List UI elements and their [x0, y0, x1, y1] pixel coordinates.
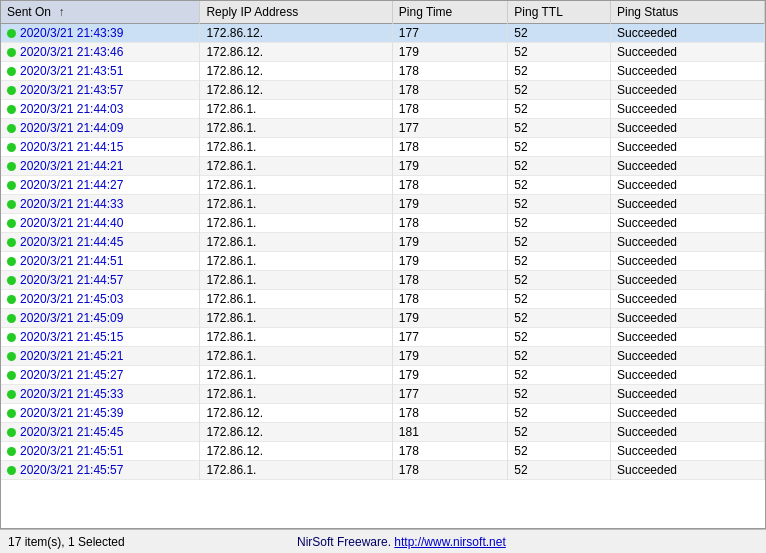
cell-sent-on: 2020/3/21 21:44:15: [1, 138, 200, 157]
cell-ping-ttl: 52: [508, 157, 611, 176]
cell-reply-ip: 172.86.1.: [200, 100, 392, 119]
status-dot-icon: [7, 257, 16, 266]
cell-ping-ttl: 52: [508, 366, 611, 385]
table-row[interactable]: 2020/3/21 21:43:46172.86.12.17952Succeed…: [1, 43, 765, 62]
table-row[interactable]: 2020/3/21 21:44:45172.86.1.17952Succeede…: [1, 233, 765, 252]
table-row[interactable]: 2020/3/21 21:44:40172.86.1.17852Succeede…: [1, 214, 765, 233]
cell-sent-on: 2020/3/21 21:44:21: [1, 157, 200, 176]
cell-reply-ip: 172.86.12.: [200, 404, 392, 423]
cell-ping-status: Succeeded: [610, 195, 764, 214]
table-row[interactable]: 2020/3/21 21:44:57172.86.1.17852Succeede…: [1, 271, 765, 290]
cell-sent-on: 2020/3/21 21:45:03: [1, 290, 200, 309]
cell-ping-ttl: 52: [508, 461, 611, 480]
status-dot-icon: [7, 333, 16, 342]
cell-ping-status: Succeeded: [610, 404, 764, 423]
table-row[interactable]: 2020/3/21 21:44:33172.86.1.17952Succeede…: [1, 195, 765, 214]
col-header-ping-time[interactable]: Ping Time: [392, 1, 507, 24]
col-header-sent-on[interactable]: Sent On ↑: [1, 1, 200, 24]
cell-sent-on: 2020/3/21 21:43:57: [1, 81, 200, 100]
cell-ping-status: Succeeded: [610, 290, 764, 309]
cell-ping-ttl: 52: [508, 81, 611, 100]
cell-ping-status: Succeeded: [610, 233, 764, 252]
cell-ping-time: 177: [392, 328, 507, 347]
table-row[interactable]: 2020/3/21 21:45:57172.86.1.17852Succeede…: [1, 461, 765, 480]
cell-ping-ttl: 52: [508, 309, 611, 328]
cell-sent-on: 2020/3/21 21:44:09: [1, 119, 200, 138]
cell-ping-status: Succeeded: [610, 309, 764, 328]
table-row[interactable]: 2020/3/21 21:43:51172.86.12.17852Succeed…: [1, 62, 765, 81]
cell-ping-time: 179: [392, 366, 507, 385]
cell-ping-ttl: 52: [508, 214, 611, 233]
cell-ping-ttl: 52: [508, 62, 611, 81]
table-row[interactable]: 2020/3/21 21:44:15172.86.1.17852Succeede…: [1, 138, 765, 157]
cell-ping-ttl: 52: [508, 252, 611, 271]
table-row[interactable]: 2020/3/21 21:44:09172.86.1.17752Succeede…: [1, 119, 765, 138]
table-row[interactable]: 2020/3/21 21:45:09172.86.1.17952Succeede…: [1, 309, 765, 328]
cell-ping-status: Succeeded: [610, 347, 764, 366]
table-row[interactable]: 2020/3/21 21:45:27172.86.1.17952Succeede…: [1, 366, 765, 385]
cell-ping-ttl: 52: [508, 385, 611, 404]
status-dot-icon: [7, 67, 16, 76]
table-row[interactable]: 2020/3/21 21:45:39172.86.12.17852Succeed…: [1, 404, 765, 423]
cell-ping-ttl: 52: [508, 233, 611, 252]
cell-ping-time: 179: [392, 347, 507, 366]
cell-ping-status: Succeeded: [610, 252, 764, 271]
table-row[interactable]: 2020/3/21 21:44:27172.86.1.17852Succeede…: [1, 176, 765, 195]
status-dot-icon: [7, 371, 16, 380]
cell-reply-ip: 172.86.12.: [200, 24, 392, 43]
cell-reply-ip: 172.86.1.: [200, 195, 392, 214]
cell-ping-status: Succeeded: [610, 138, 764, 157]
cell-ping-time: 178: [392, 404, 507, 423]
cell-reply-ip: 172.86.1.: [200, 214, 392, 233]
items-info: 17 item(s), 1 Selected: [8, 535, 125, 549]
cell-ping-time: 178: [392, 290, 507, 309]
table-row[interactable]: 2020/3/21 21:45:51172.86.12.17852Succeed…: [1, 442, 765, 461]
table-row[interactable]: 2020/3/21 21:45:15172.86.1.17752Succeede…: [1, 328, 765, 347]
cell-ping-ttl: 52: [508, 138, 611, 157]
cell-ping-ttl: 52: [508, 328, 611, 347]
cell-reply-ip: 172.86.1.: [200, 328, 392, 347]
cell-ping-ttl: 52: [508, 271, 611, 290]
table-row[interactable]: 2020/3/21 21:45:33172.86.1.17752Succeede…: [1, 385, 765, 404]
table-row[interactable]: 2020/3/21 21:45:45172.86.12.18152Succeed…: [1, 423, 765, 442]
cell-sent-on: 2020/3/21 21:44:03: [1, 100, 200, 119]
table-container[interactable]: Sent On ↑ Reply IP Address Ping Time Pin…: [0, 0, 766, 529]
table-row[interactable]: 2020/3/21 21:43:57172.86.12.17852Succeed…: [1, 81, 765, 100]
status-dot-icon: [7, 29, 16, 38]
col-header-ping-ttl[interactable]: Ping TTL: [508, 1, 611, 24]
cell-reply-ip: 172.86.1.: [200, 290, 392, 309]
nirsoft-link[interactable]: http://www.nirsoft.net: [394, 535, 505, 549]
cell-ping-status: Succeeded: [610, 366, 764, 385]
cell-reply-ip: 172.86.12.: [200, 62, 392, 81]
table-row[interactable]: 2020/3/21 21:44:03172.86.1.17852Succeede…: [1, 100, 765, 119]
table-row[interactable]: 2020/3/21 21:45:21172.86.1.17952Succeede…: [1, 347, 765, 366]
table-row[interactable]: 2020/3/21 21:44:51172.86.1.17952Succeede…: [1, 252, 765, 271]
col-header-reply-ip[interactable]: Reply IP Address: [200, 1, 392, 24]
cell-ping-time: 178: [392, 62, 507, 81]
status-dot-icon: [7, 409, 16, 418]
cell-sent-on: 2020/3/21 21:45:51: [1, 442, 200, 461]
cell-ping-ttl: 52: [508, 290, 611, 309]
cell-sent-on: 2020/3/21 21:44:57: [1, 271, 200, 290]
table-row[interactable]: 2020/3/21 21:43:39172.86.12.17752Succeed…: [1, 24, 765, 43]
cell-ping-time: 181: [392, 423, 507, 442]
main-container: Sent On ↑ Reply IP Address Ping Time Pin…: [0, 0, 766, 553]
cell-sent-on: 2020/3/21 21:43:51: [1, 62, 200, 81]
nirsoft-info: NirSoft Freeware. http://www.nirsoft.net: [125, 535, 678, 549]
cell-ping-status: Succeeded: [610, 461, 764, 480]
status-dot-icon: [7, 352, 16, 361]
cell-sent-on: 2020/3/21 21:45:57: [1, 461, 200, 480]
cell-ping-time: 178: [392, 271, 507, 290]
cell-sent-on: 2020/3/21 21:44:45: [1, 233, 200, 252]
status-dot-icon: [7, 466, 16, 475]
cell-ping-status: Succeeded: [610, 62, 764, 81]
cell-ping-time: 179: [392, 157, 507, 176]
status-dot-icon: [7, 238, 16, 247]
col-header-ping-status[interactable]: Ping Status: [610, 1, 764, 24]
cell-ping-ttl: 52: [508, 442, 611, 461]
cell-ping-status: Succeeded: [610, 81, 764, 100]
cell-reply-ip: 172.86.12.: [200, 43, 392, 62]
table-row[interactable]: 2020/3/21 21:45:03172.86.1.17852Succeede…: [1, 290, 765, 309]
cell-sent-on: 2020/3/21 21:45:39: [1, 404, 200, 423]
table-row[interactable]: 2020/3/21 21:44:21172.86.1.17952Succeede…: [1, 157, 765, 176]
